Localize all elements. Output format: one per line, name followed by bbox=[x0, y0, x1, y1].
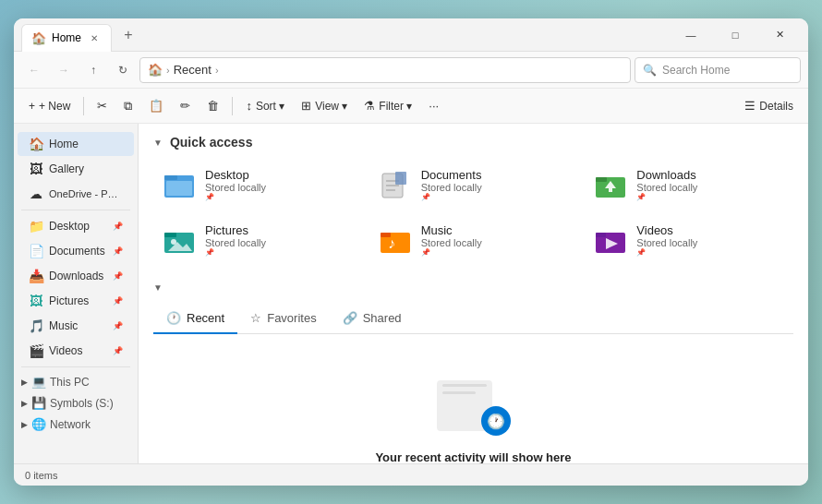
breadcrumb-home: Recent bbox=[174, 63, 212, 77]
paste-button[interactable]: 📋 bbox=[141, 95, 171, 116]
cmd-separator-1 bbox=[83, 97, 84, 115]
svg-text:♪: ♪ bbox=[388, 235, 395, 251]
tab-recent[interactable]: 🕐 Recent bbox=[153, 304, 237, 334]
recent-tab-label: Recent bbox=[187, 311, 224, 325]
breadcrumb-bar[interactable]: 🏠 › Recent › bbox=[139, 57, 631, 83]
copy-icon: ⧉ bbox=[124, 99, 132, 114]
qa-item-music[interactable]: ♪ Music Stored locally 📌 bbox=[369, 216, 578, 264]
network-icon: 🌐 bbox=[31, 417, 46, 431]
sidebar-item-home[interactable]: 🏠 Home bbox=[18, 132, 134, 156]
quick-access-header[interactable]: ▼ Quick access bbox=[153, 135, 793, 150]
close-button[interactable]: ✕ bbox=[758, 20, 801, 50]
file-explorer-window: 🏠 Home ✕ + — □ ✕ ← → ↑ ↻ 🏠 › Recent › bbox=[14, 18, 808, 486]
sort-button[interactable]: ↕ Sort ▾ bbox=[238, 95, 292, 116]
downloads-folder-icon: 📥 bbox=[29, 269, 43, 283]
qa-item-downloads[interactable]: Downloads Stored locally 📌 bbox=[585, 161, 793, 209]
pictures-icon bbox=[163, 223, 196, 257]
forward-button[interactable]: → bbox=[51, 57, 77, 83]
documents-sub: Stored locally bbox=[421, 182, 482, 193]
sidebar-symbols-label: Symbols (S:) bbox=[50, 397, 114, 410]
videos-qa-pin: 📌 bbox=[636, 248, 697, 257]
onedrive-icon: ☁ bbox=[29, 186, 43, 201]
quick-access-title: Quick access bbox=[170, 135, 253, 150]
sidebar-item-onedrive[interactable]: ☁ OneDrive - Persc bbox=[18, 182, 134, 206]
main-area: 🏠 Home 🖼 Gallery ☁ OneDrive - Persc 📁 De… bbox=[14, 124, 808, 463]
more-button[interactable]: ··· bbox=[421, 95, 446, 116]
sidebar-item-pictures[interactable]: 🖼 Pictures 📌 bbox=[18, 289, 134, 313]
titlebar: 🏠 Home ✕ + — □ ✕ bbox=[14, 18, 808, 52]
sidebar-item-gallery[interactable]: 🖼 Gallery bbox=[18, 157, 134, 181]
qa-item-documents[interactable]: Documents Stored locally 📌 bbox=[369, 161, 578, 209]
empty-state: 🕐 Your recent activity will show here Yo… bbox=[153, 349, 793, 463]
svg-rect-1 bbox=[164, 175, 177, 180]
svg-rect-21 bbox=[596, 233, 606, 237]
back-button[interactable]: ← bbox=[21, 57, 47, 83]
filter-button[interactable]: ⚗ Filter ▾ bbox=[357, 95, 419, 116]
up-button[interactable]: ↑ bbox=[80, 57, 106, 83]
sort-label: Sort ▾ bbox=[256, 100, 284, 113]
statusbar: 0 items bbox=[14, 463, 808, 486]
tab-close-button[interactable]: ✕ bbox=[87, 30, 102, 45]
svg-rect-14 bbox=[164, 233, 176, 237]
refresh-button[interactable]: ↻ bbox=[110, 57, 136, 83]
sort-icon: ↕ bbox=[246, 99, 252, 113]
qa-item-videos[interactable]: Videos Stored locally 📌 bbox=[585, 216, 793, 264]
music-name: Music bbox=[421, 223, 482, 237]
content-area: ▼ Quick access Desktop Stored l bbox=[139, 124, 808, 463]
tab-shared[interactable]: 🔗 Shared bbox=[330, 304, 415, 334]
cut-button[interactable]: ✂ bbox=[90, 95, 115, 116]
videos-folder-icon: 🎬 bbox=[29, 343, 43, 358]
sidebar-downloads-label: Downloads bbox=[49, 270, 103, 282]
videos-info: Videos Stored locally 📌 bbox=[636, 223, 697, 257]
downloads-sub: Stored locally bbox=[636, 182, 697, 193]
cmd-separator-2 bbox=[232, 97, 233, 115]
delete-button[interactable]: 🗑 bbox=[199, 95, 226, 116]
desktop-folder-icon: 📁 bbox=[29, 219, 43, 234]
quick-access-grid: Desktop Stored locally 📌 bbox=[153, 161, 793, 264]
downloads-pin-icon: 📌 bbox=[113, 271, 123, 281]
desktop-name: Desktop bbox=[205, 168, 266, 182]
desktop-qa-pin: 📌 bbox=[205, 193, 266, 201]
home-tab[interactable]: 🏠 Home ✕ bbox=[21, 24, 112, 52]
documents-folder-icon: 📄 bbox=[29, 244, 43, 258]
addressbar: ← → ↑ ↻ 🏠 › Recent › 🔍 Search Home bbox=[14, 52, 808, 89]
sidebar-item-this-pc[interactable]: ▶ 💻 This PC bbox=[14, 371, 138, 392]
sidebar-item-documents[interactable]: 📄 Documents 📌 bbox=[18, 239, 134, 263]
music-info: Music Stored locally 📌 bbox=[421, 223, 482, 257]
maximize-button[interactable]: □ bbox=[714, 20, 756, 50]
music-qa-pin: 📌 bbox=[421, 248, 482, 257]
minimize-button[interactable]: — bbox=[670, 20, 712, 50]
sidebar-item-music[interactable]: 🎵 Music 📌 bbox=[18, 314, 134, 338]
qa-item-pictures[interactable]: Pictures Stored locally 📌 bbox=[153, 216, 362, 264]
recent-section-header[interactable]: ▼ bbox=[153, 282, 793, 293]
tabs-row: 🕐 Recent ☆ Favorites 🔗 Shared bbox=[153, 304, 793, 334]
search-box[interactable]: 🔍 Search Home bbox=[635, 57, 801, 83]
downloads-icon bbox=[594, 168, 627, 201]
clock-badge-icon: 🕐 bbox=[481, 406, 511, 436]
downloads-info: Downloads Stored locally 📌 bbox=[636, 168, 697, 201]
quick-access-arrow-icon: ▼ bbox=[153, 138, 163, 148]
view-button[interactable]: ⊞ View ▾ bbox=[294, 95, 355, 116]
filter-label: Filter ▾ bbox=[379, 100, 412, 113]
new-tab-button[interactable]: + bbox=[115, 22, 141, 48]
details-button[interactable]: ☰ Details bbox=[737, 95, 801, 116]
qa-item-desktop[interactable]: Desktop Stored locally 📌 bbox=[153, 161, 362, 209]
sidebar-item-videos[interactable]: 🎬 Videos 📌 bbox=[18, 339, 134, 363]
home-breadcrumb-icon: 🏠 bbox=[148, 63, 163, 77]
copy-button[interactable]: ⧉ bbox=[116, 95, 139, 117]
videos-icon bbox=[594, 223, 627, 257]
sidebar-item-network[interactable]: ▶ 🌐 Network bbox=[14, 414, 138, 435]
sidebar-item-desktop[interactable]: 📁 Desktop 📌 bbox=[18, 214, 134, 238]
pictures-info: Pictures Stored locally 📌 bbox=[205, 223, 266, 257]
videos-name: Videos bbox=[636, 223, 697, 237]
downloads-qa-pin: 📌 bbox=[636, 193, 697, 201]
new-button[interactable]: + + New bbox=[21, 96, 78, 116]
sidebar-item-symbols[interactable]: ▶ 💾 Symbols (S:) bbox=[14, 392, 138, 414]
tab-favorites[interactable]: ☆ Favorites bbox=[237, 304, 329, 334]
sidebar-item-downloads[interactable]: 📥 Downloads 📌 bbox=[18, 264, 134, 288]
home-tab-icon: 🏠 bbox=[31, 31, 46, 45]
rename-button[interactable]: ✏ bbox=[173, 95, 198, 116]
forward-icon: → bbox=[58, 64, 69, 77]
recent-tab-icon: 🕐 bbox=[166, 311, 181, 325]
window-controls: — □ ✕ bbox=[670, 20, 801, 50]
